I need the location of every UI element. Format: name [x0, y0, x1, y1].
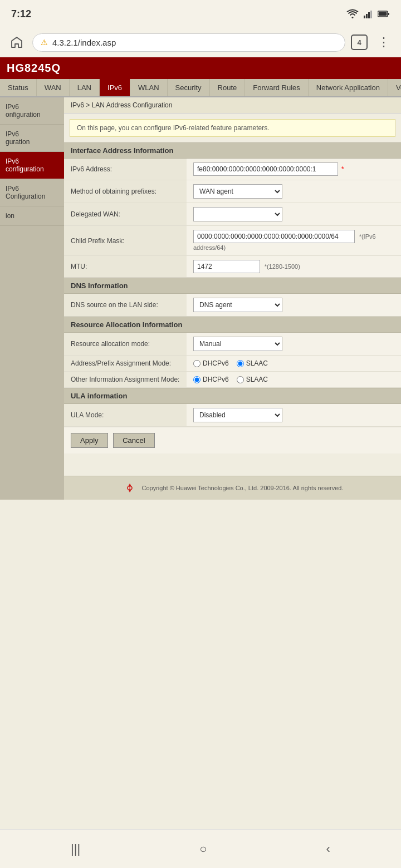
apply-button[interactable]: Apply — [71, 433, 108, 448]
router-header: HG8245Q — [0, 57, 401, 79]
sidebar: IPv6onfiguration IPv6guration IPv6config… — [0, 97, 64, 500]
sidebar-item-0[interactable]: IPv6onfiguration — [0, 97, 64, 125]
table-row: Delegated WAN: — [64, 203, 401, 226]
router-logo: HG8245Q — [7, 62, 61, 75]
router-ui: HG8245Q Status WAN LAN IPv6 WLAN Securit… — [0, 57, 401, 500]
sidebar-item-3[interactable]: IPv6Configuration — [0, 179, 64, 206]
nav-tabs: Status WAN LAN IPv6 WLAN Security Route … — [0, 79, 401, 97]
dhcpv6-label-2[interactable]: DHCPv6 — [193, 376, 229, 383]
slaac-text-2: SLAAC — [246, 376, 268, 383]
slaac-text-1: SLAAC — [246, 359, 268, 367]
ula-section: ULA information ULA Mode: Disabled Apply… — [64, 388, 401, 453]
cancel-button[interactable]: Cancel — [113, 433, 154, 448]
svg-rect-4 — [370, 11, 372, 18]
wifi-icon: + — [346, 9, 359, 19]
child-prefix-mask-input[interactable] — [193, 230, 355, 243]
table-row: DNS source on the LAN side: DNS agent — [64, 294, 401, 317]
tab-ipv6[interactable]: IPv6 — [100, 79, 130, 96]
status-time: 7:12 — [11, 8, 31, 20]
tab-status[interactable]: Status — [0, 79, 37, 96]
delegated-wan-select[interactable] — [193, 207, 282, 221]
interface-address-table: IPv6 Address: * Method of obtaining pref… — [64, 159, 401, 278]
dhcpv6-text-2: DHCPv6 — [203, 376, 229, 383]
interface-address-section: Interface Address Information IPv6 Addre… — [64, 142, 401, 278]
bottom-nav: ||| ○ ‹ — [0, 829, 401, 868]
signal-icon — [363, 9, 373, 19]
other-info-label: Other Information Assignment Mode: — [64, 372, 187, 388]
dhcpv6-text-1: DHCPv6 — [203, 359, 229, 367]
table-row: Child Prefix Mask: *(IPv6 address/64) — [64, 226, 401, 256]
dns-table: DNS source on the LAN side: DNS agent — [64, 294, 401, 317]
button-row: Apply Cancel — [64, 427, 401, 453]
tab-count[interactable]: 4 — [351, 34, 368, 50]
slaac-label-2[interactable]: SLAAC — [237, 376, 268, 383]
interface-address-header: Interface Address Information — [64, 142, 401, 159]
status-icons: + — [346, 9, 390, 19]
method-label: Method of obtaining prefixes: — [64, 180, 187, 203]
delegated-wan-label: Delegated WAN: — [64, 203, 187, 226]
sidebar-item-4[interactable]: ion — [0, 206, 64, 226]
mtu-hint: *(1280-1500) — [265, 263, 300, 270]
nav-back-button[interactable]: ‹ — [326, 842, 330, 856]
other-info-radio-group: DHCPv6 SLAAC — [193, 376, 394, 383]
slaac-radio-2[interactable] — [237, 376, 244, 383]
content-area: IPv6 > LAN Address Configuration On this… — [64, 97, 401, 500]
bottom-spacer — [64, 453, 401, 476]
main-layout: IPv6onfiguration IPv6guration IPv6config… — [0, 97, 401, 500]
tab-voice[interactable]: Voice — [388, 79, 401, 96]
slaac-label-1[interactable]: SLAAC — [237, 359, 268, 367]
sidebar-item-2[interactable]: IPv6configuration — [0, 152, 64, 179]
sidebar-item-1[interactable]: IPv6guration — [0, 125, 64, 152]
page-spacer — [0, 500, 401, 834]
browser-menu-button[interactable]: ⋮ — [373, 33, 394, 52]
svg-rect-7 — [379, 12, 387, 16]
svg-rect-3 — [368, 12, 370, 18]
dns-source-select[interactable]: DNS agent — [193, 298, 282, 312]
security-warning-icon: ⚠ — [41, 38, 48, 47]
url-text: 4.3.2.1/index.asp — [52, 38, 116, 47]
svg-rect-1 — [364, 16, 365, 18]
battery-icon — [378, 10, 390, 18]
resource-mode-select[interactable]: Manual — [193, 337, 282, 351]
table-row: ULA Mode: Disabled — [64, 404, 401, 427]
dhcpv6-radio-1[interactable] — [193, 360, 200, 367]
address-prefix-radio-group: DHCPv6 SLAAC — [193, 359, 394, 367]
url-bar[interactable]: ⚠ 4.3.2.1/index.asp — [32, 33, 345, 52]
resource-allocation-header: Resource Allocation Information — [64, 317, 401, 333]
required-star: * — [341, 165, 344, 173]
dhcpv6-radio-2[interactable] — [193, 376, 200, 383]
slaac-radio-1[interactable] — [237, 360, 244, 367]
svg-text:+: + — [355, 9, 358, 14]
table-row: Other Information Assignment Mode: DHCPv… — [64, 372, 401, 388]
table-row: Method of obtaining prefixes: WAN agent — [64, 180, 401, 203]
tab-wan[interactable]: WAN — [37, 79, 70, 96]
resource-mode-label: Resource allocation mode: — [64, 333, 187, 356]
table-row: Address/Prefix Assignment Mode: DHCPv6 — [64, 356, 401, 372]
tab-route[interactable]: Route — [210, 79, 246, 96]
footer-copyright: Copyright © Huawei Technologies Co., Ltd… — [142, 485, 344, 491]
nav-home-button[interactable]: ○ — [199, 842, 207, 856]
tab-security[interactable]: Security — [168, 79, 210, 96]
router-footer: Copyright © Huawei Technologies Co., Ltd… — [64, 476, 401, 500]
dns-header: DNS Information — [64, 278, 401, 294]
ula-mode-select[interactable]: Disabled — [193, 408, 282, 422]
ipv6-address-label: IPv6 Address: — [64, 159, 187, 180]
table-row: MTU: *(1280-1500) — [64, 256, 401, 278]
home-button[interactable] — [7, 32, 27, 52]
svg-rect-6 — [388, 13, 390, 15]
dhcpv6-label-1[interactable]: DHCPv6 — [193, 359, 229, 367]
dns-source-label: DNS source on the LAN side: — [64, 294, 187, 317]
nav-recent-button[interactable]: ||| — [71, 842, 80, 856]
tab-wlan[interactable]: WLAN — [130, 79, 168, 96]
tab-network-application[interactable]: Network Application — [309, 79, 388, 96]
ipv6-address-input[interactable] — [193, 162, 338, 176]
mtu-input[interactable] — [193, 260, 260, 273]
resource-allocation-table: Resource allocation mode: Manual Address… — [64, 333, 401, 388]
address-prefix-label: Address/Prefix Assignment Mode: — [64, 356, 187, 372]
info-text: On this page, you can configure IPv6-rel… — [77, 124, 270, 132]
method-select[interactable]: WAN agent — [193, 184, 282, 199]
tab-lan[interactable]: LAN — [70, 79, 100, 96]
tab-forward-rules[interactable]: Forward Rules — [245, 79, 309, 96]
info-box: On this page, you can configure IPv6-rel… — [70, 119, 395, 137]
browser-bar: ⚠ 4.3.2.1/index.asp 4 ⋮ — [0, 28, 401, 57]
